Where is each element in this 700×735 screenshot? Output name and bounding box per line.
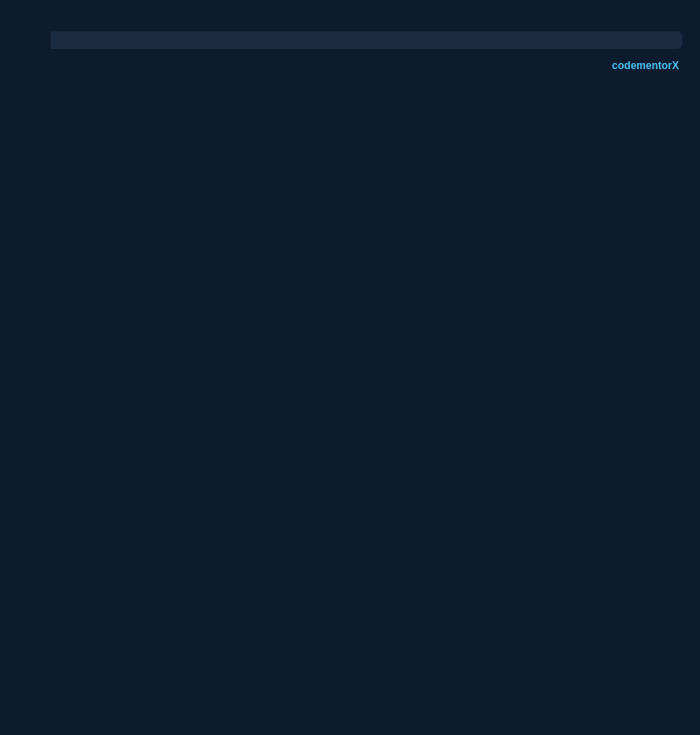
- rankings-table-container: [18, 32, 682, 49]
- table-header-row: [18, 32, 682, 49]
- rank-col-header: [18, 32, 51, 49]
- job-col-header: [364, 32, 521, 49]
- page: codementorX: [0, 0, 700, 735]
- community-col-header: [207, 32, 364, 49]
- rankings-table: [18, 32, 682, 49]
- footer-brand-x: X: [672, 60, 679, 72]
- overall-col-header: [51, 32, 207, 49]
- footer-brand: codementorX: [612, 60, 679, 72]
- growth-col-header: [522, 32, 683, 49]
- footer: codementorX: [18, 60, 682, 72]
- footer-brand-text: codementor: [612, 60, 672, 72]
